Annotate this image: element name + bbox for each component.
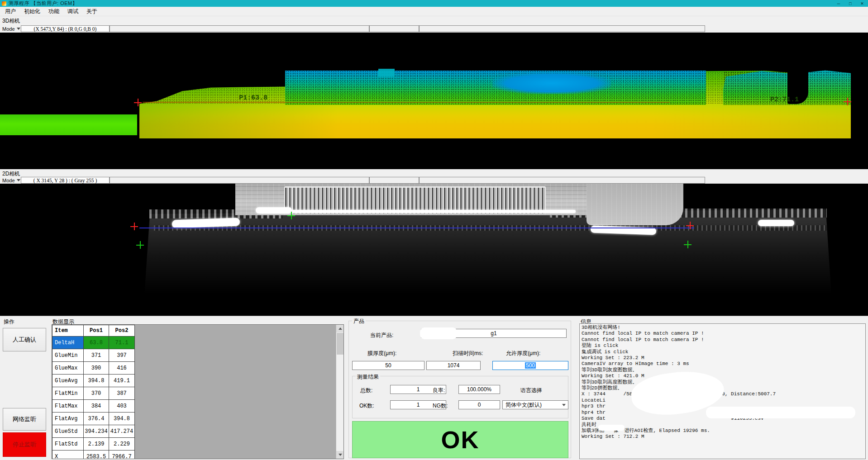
app-icon <box>2 1 6 6</box>
pcb-board-tab <box>587 184 683 225</box>
glue-blob <box>256 207 292 213</box>
yield-field[interactable]: 100.000% <box>458 385 500 394</box>
ng-count-label: NG数: <box>433 402 448 410</box>
menu-item-3[interactable]: 功能 <box>44 7 63 16</box>
yield-label: 良率: <box>433 387 445 394</box>
column-header[interactable]: Pos2 <box>109 325 135 337</box>
camera3d-pixel-status: (X 5473,Y 84) : (R 0,G 0,B 0) <box>21 25 110 32</box>
column-header[interactable]: Item <box>52 325 84 337</box>
data-grid[interactable]: ItemPos1Pos2DeltaH63.871.1GlueMin371397G… <box>52 324 344 459</box>
camera3d-mode-button[interactable]: Mode <box>0 26 21 32</box>
scan-time-field[interactable]: 1074 <box>426 361 481 370</box>
table-cell: FlatStd <box>52 438 84 451</box>
table-cell: 397 <box>109 349 135 362</box>
table-cell: 419.1 <box>109 375 135 387</box>
maximize-button[interactable]: □ <box>844 0 856 7</box>
table-header-row: ItemPos1Pos2 <box>52 325 135 337</box>
table-row[interactable]: FlatMax384403 <box>52 400 135 413</box>
table-row[interactable]: GlueMax390416 <box>52 362 135 375</box>
log-line: Working Set : 223.2 M <box>582 355 865 361</box>
camera2d-status-box-4 <box>419 177 705 184</box>
log-line: Cannot find local IP to match camera IP … <box>582 331 865 337</box>
log-line: Working Set : 712.2 M <box>582 434 865 440</box>
table-cell: 7966.7 <box>109 451 135 459</box>
log-line: Cannot find local IP to match camera IP … <box>582 337 865 343</box>
scan-time-label: 扫描时间ms: <box>453 350 483 357</box>
menu-item-5[interactable]: 关于 <box>82 7 101 16</box>
table-row[interactable]: DeltaH63.871.1 <box>52 337 135 349</box>
table-row[interactable]: GlueStd394.234417.274 <box>52 425 135 438</box>
scroll-down-icon <box>339 454 342 456</box>
table-row[interactable]: FlatStd2.1392.229 <box>52 438 135 451</box>
table-row[interactable]: FlatAvg376.4394.8 <box>52 413 135 425</box>
table-cell: 2.229 <box>109 438 135 451</box>
close-button[interactable]: ✕ <box>856 0 868 7</box>
bottom-panel: 操作 人工确认 网络监听 停止监听 数据显示 ItemPos1Pos2Delta… <box>0 316 868 460</box>
table-cell: 371 <box>84 349 109 362</box>
results-section-label: 测量结果 <box>356 373 380 381</box>
window-title: 测厚程序 【当前用户: OEM】 <box>9 0 77 7</box>
column-header[interactable]: Pos1 <box>84 325 109 337</box>
menu-item-4[interactable]: 调试 <box>63 7 82 16</box>
crosshair-green-top <box>287 212 295 219</box>
table-cell: GlueAvg <box>52 375 84 387</box>
allowed-thickness-label: 允许厚度(μm): <box>506 350 540 357</box>
camera2d-mode-bar: Mode ( X 3145, Y 28 ) : ( Gray 255 ) <box>0 176 868 184</box>
table-cell: 376.4 <box>84 413 109 425</box>
scroll-down-button[interactable] <box>336 451 344 459</box>
table-cell: FlatMax <box>52 400 84 413</box>
camera2d-status-box-3 <box>369 177 419 184</box>
log-line: CameraIV array to HImage time : 3 ms <box>582 361 865 367</box>
minimize-button[interactable]: ─ <box>833 0 844 7</box>
camera2d-mode-button[interactable]: Mode <box>0 178 21 183</box>
table-cell: 416 <box>109 362 135 375</box>
menu-item-2[interactable]: 初始化 <box>20 7 44 16</box>
table-row[interactable]: FlatMin370387 <box>52 387 135 400</box>
crosshair-red-right <box>844 98 851 105</box>
table-cell: 394.8 <box>109 413 135 425</box>
film-thickness-field[interactable]: 50 <box>352 361 424 370</box>
table-cell: 2.139 <box>84 438 109 451</box>
ng-count-field[interactable]: 0 <box>458 400 500 409</box>
vertical-scrollbar[interactable] <box>336 325 343 459</box>
crosshair-red-right <box>686 222 694 229</box>
camera2d-viewport[interactable] <box>0 184 868 316</box>
camera3d-status-box-3 <box>369 25 419 32</box>
camera3d-status-box-2 <box>110 25 369 32</box>
allowed-thickness-field[interactable]: 500 <box>492 361 568 370</box>
menu-item-1[interactable]: 用户 <box>1 7 20 16</box>
network-listen-button[interactable]: 网络监听 <box>3 408 46 431</box>
reflective-bar <box>259 210 576 213</box>
table-row[interactable]: GlueAvg394.8419.1 <box>52 375 135 387</box>
table-cell: GlueStd <box>52 425 84 438</box>
title-bar: 测厚程序 【当前用户: OEM】 ─ □ ✕ <box>0 0 868 7</box>
redaction-blob <box>598 425 625 431</box>
menu-bar: 用户初始化功能调试关于 <box>0 7 868 16</box>
measurement-line <box>139 228 694 228</box>
data-table: ItemPos1Pos2DeltaH63.871.1GlueMin371397G… <box>52 325 135 459</box>
table-row[interactable]: GlueMin371397 <box>52 349 135 362</box>
log-line: 登陆 is click <box>582 343 865 349</box>
dropdown-caret-icon <box>17 28 20 30</box>
results-groupbox <box>352 376 568 418</box>
camera2d-pixel-status: ( X 3145, Y 28 ) : ( Gray 255 ) <box>21 177 110 184</box>
table-cell: 394.8 <box>84 375 109 387</box>
heightmap-profile-line <box>143 102 670 103</box>
stop-listen-button[interactable]: 停止监听 <box>3 432 46 457</box>
table-row[interactable]: X2583.57966.7 <box>52 451 135 459</box>
glue-blob <box>758 220 794 226</box>
log-line: 等到3D取到高度图数据。 <box>582 379 865 385</box>
scroll-up-button[interactable] <box>336 325 344 332</box>
language-select-label: 语言选择 <box>520 387 542 394</box>
table-cell: DeltaH <box>52 337 84 349</box>
table-cell: 394.234 <box>84 425 109 438</box>
table-cell: 384 <box>84 400 109 413</box>
camera3d-viewport[interactable]: P1:63.8 P2:71.1 <box>0 33 868 169</box>
language-dropdown[interactable]: 简体中文(默认) <box>502 400 568 409</box>
manual-confirm-button[interactable]: 人工确认 <box>3 328 46 351</box>
scrollbar-thumb[interactable] <box>337 333 343 355</box>
table-cell: X <box>52 451 84 459</box>
heightmap-small-fragment <box>378 69 395 77</box>
heightmap-blue-blob <box>492 72 611 94</box>
table-cell: 390 <box>84 362 109 375</box>
